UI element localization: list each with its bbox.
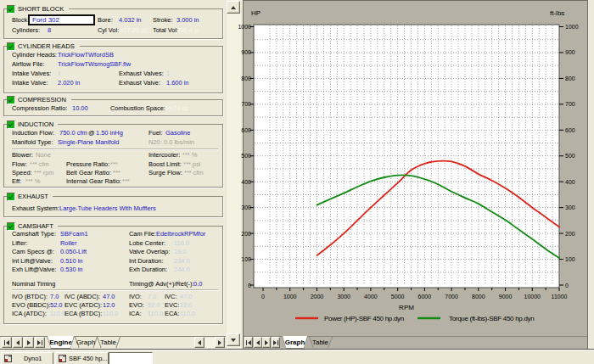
tab-label[interactable]: Engine <box>47 339 75 346</box>
arrow-up-icon <box>231 6 236 9</box>
tab-nav-first-button[interactable] <box>2 337 12 348</box>
tab-hscroll-right[interactable] <box>215 337 225 348</box>
dyno-window-icon <box>59 355 66 362</box>
dyno-sim-window: { "panel": { "sections": [ {"title":"SHO… <box>0 0 594 364</box>
mdi-taskbar: Dyno1 SBF 450 hp... <box>0 349 594 364</box>
taskbar-button-sbf[interactable]: SBF 450 hp... <box>55 352 109 364</box>
tab-nav-prev-button[interactable] <box>13 337 23 348</box>
tab-table[interactable]: Table <box>97 339 120 346</box>
vertical-scrollbar[interactable] <box>227 0 241 348</box>
scroll-up-button[interactable] <box>227 1 240 14</box>
taskbar-empty-slot[interactable] <box>109 352 153 364</box>
tab-hscroll-left[interactable] <box>194 337 205 348</box>
tab-graph[interactable]: Graph <box>75 339 97 346</box>
tab-label[interactable]: Graph <box>282 339 308 346</box>
arrow-down-icon <box>231 339 236 342</box>
tab-nav-first-button[interactable] <box>244 337 253 348</box>
tab-table[interactable]: Table <box>309 339 332 346</box>
dyno-window-icon <box>4 355 12 362</box>
tab-nav-prev-button[interactable] <box>254 337 262 348</box>
taskbar-button-dyno1[interactable]: Dyno1 <box>1 352 53 364</box>
tab-nav-next-button[interactable] <box>262 337 271 348</box>
engine-panel-tabbar: EngineGraphTable <box>0 0 227 350</box>
scroll-down-button[interactable] <box>227 333 240 346</box>
tab-nav-last-button[interactable] <box>35 337 45 348</box>
graph-panel: 0010010020020030030040040050050060060070… <box>243 0 588 350</box>
taskbar-button-label: SBF 450 hp... <box>69 355 107 362</box>
tab-nav-next-button[interactable] <box>24 337 34 348</box>
taskbar-button-label: Dyno1 <box>24 355 42 362</box>
graph-panel-tabbar: GraphTable <box>244 1 587 349</box>
tab-nav-last-button[interactable] <box>272 337 280 348</box>
